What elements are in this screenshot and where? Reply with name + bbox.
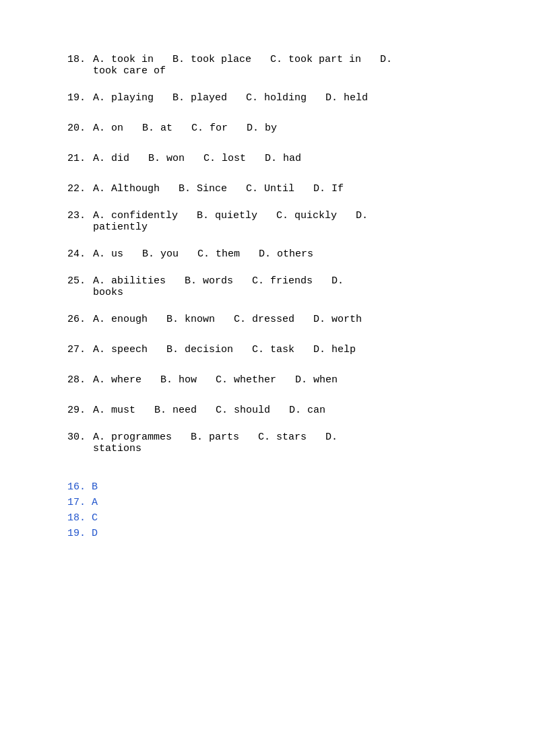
option-b: B. won [148, 149, 185, 168]
option-d: D. when [295, 371, 338, 389]
option-a: A. enough [93, 310, 148, 329]
option-c: C. stars [258, 432, 307, 443]
option-d-continuation: took care of [93, 65, 468, 77]
questions-container: 18.A. took inB. took placeC. took part i… [67, 54, 468, 454]
option-a: A. confidently [93, 210, 178, 221]
question-number: 18. [67, 54, 93, 65]
option-b: B. decision [166, 341, 233, 359]
option-c: C. lost [203, 149, 246, 168]
question-block: 29.A. mustB. needC. shouldD. can [67, 401, 468, 419]
answer-item: 16. B [67, 481, 468, 493]
question-block: 24.A. usB. youC. themD. others [67, 245, 468, 263]
option-d-continuation: books [93, 287, 468, 298]
option-d-partial: D. [325, 432, 338, 443]
question-block: 26.A. enoughB. knownC. dressedD. worth [67, 310, 468, 329]
option-d: D. by [247, 119, 277, 137]
option-b: B. quietly [197, 210, 257, 221]
question-block: 22.A. AlthoughB. SinceC. UntilD. If [67, 180, 468, 198]
question-block: 19.A. playingB. playedC. holdingD. held [67, 89, 468, 107]
question-block: 20.A. onB. atC. forD. by [67, 119, 468, 137]
question-block: 21.A. didB. wonC. lostD. had [67, 149, 468, 168]
option-d: D. others [259, 245, 313, 263]
question-block: 25.A. abilitiesB. wordsC. friendsD.books [67, 275, 468, 298]
option-c: C. them [197, 245, 240, 263]
option-c: C. should [216, 401, 270, 419]
option-a: A. programmes [93, 432, 172, 443]
option-c: C. friends [252, 275, 313, 287]
option-a: A. on [93, 119, 123, 137]
option-d: D. If [313, 180, 344, 198]
option-c: C. task [252, 341, 294, 359]
option-a: A. us [93, 245, 123, 263]
option-a: A. where [93, 371, 141, 389]
question-number: 30. [67, 432, 93, 443]
question-number: 26. [67, 310, 93, 329]
question-number: 22. [67, 180, 93, 198]
question-block: 27.A. speechB. decisionC. taskD. help [67, 341, 468, 359]
option-c: C. dressed [234, 310, 294, 329]
question-number: 27. [67, 341, 93, 359]
option-a: A. abilities [93, 275, 166, 287]
option-d-partial: D. [332, 275, 344, 287]
option-d: D. can [289, 401, 325, 419]
option-c: C. quickly [276, 210, 337, 221]
question-number: 28. [67, 371, 93, 389]
option-a: A. speech [93, 341, 148, 359]
question-block: 23.A. confidentlyB. quietlyC. quicklyD.p… [67, 210, 468, 233]
question-block: 18.A. took inB. took placeC. took part i… [67, 54, 468, 77]
option-d-continuation: stations [93, 443, 468, 454]
question-number: 21. [67, 149, 93, 168]
question-number: 24. [67, 245, 93, 263]
answers-section: 16. B17. A18. C19. D [67, 481, 468, 539]
option-d: D. had [265, 149, 301, 168]
option-b: B. played [172, 89, 227, 107]
option-d: D. held [325, 89, 368, 107]
option-a: A. Although [93, 180, 160, 198]
option-d-partial: D. [380, 54, 392, 65]
question-block: 30.A. programmesB. partsC. starsD.statio… [67, 432, 468, 454]
answer-item: 17. A [67, 497, 468, 508]
option-a: A. did [93, 149, 129, 168]
option-a: A. must [93, 401, 135, 419]
option-d: D. worth [313, 310, 362, 329]
question-number: 29. [67, 401, 93, 419]
option-b: B. parts [191, 432, 239, 443]
option-c: C. took part in [270, 54, 361, 65]
option-b: B. you [142, 245, 179, 263]
option-d: D. help [313, 341, 356, 359]
option-b: B. known [166, 310, 215, 329]
option-c: C. for [191, 119, 228, 137]
option-b: B. need [154, 401, 197, 419]
option-b: B. Since [179, 180, 227, 198]
option-a: A. playing [93, 89, 154, 107]
option-b: B. at [142, 119, 172, 137]
question-number: 20. [67, 119, 93, 137]
option-b: B. how [160, 371, 197, 389]
option-b: B. took place [172, 54, 251, 65]
option-d-partial: D. [356, 210, 368, 221]
option-b: B. words [185, 275, 233, 287]
question-number: 25. [67, 275, 93, 287]
answer-item: 19. D [67, 528, 468, 539]
option-d-continuation: patiently [93, 221, 468, 233]
question-number: 19. [67, 89, 93, 107]
option-c: C. holding [246, 89, 307, 107]
answer-item: 18. C [67, 512, 468, 524]
option-a: A. took in [93, 54, 154, 65]
question-number: 23. [67, 210, 93, 221]
option-c: C. Until [246, 180, 294, 198]
question-block: 28.A. whereB. howC. whetherD. when [67, 371, 468, 389]
option-c: C. whether [216, 371, 276, 389]
